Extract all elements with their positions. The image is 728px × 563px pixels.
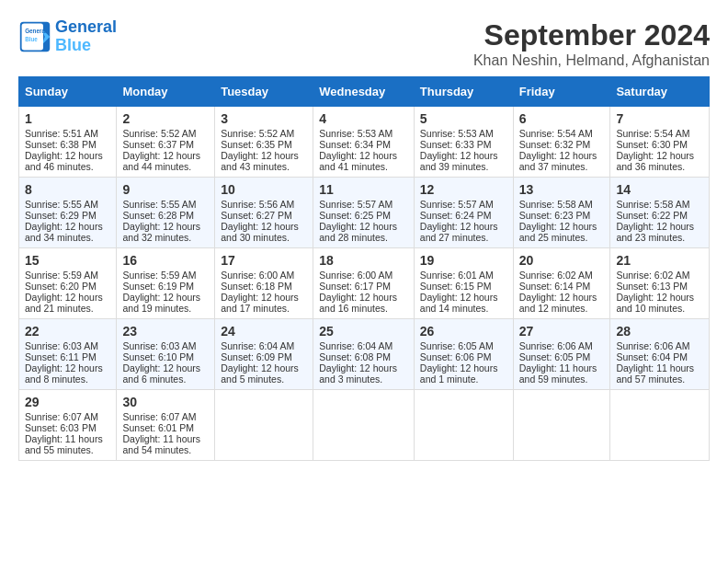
calendar-cell: 9Sunrise: 5:55 AMSunset: 6:28 PMDaylight… [117,178,215,248]
day-info-line: Sunrise: 5:52 AM [122,128,209,139]
day-number: 28 [616,324,703,339]
day-number: 20 [519,253,605,268]
day-info-line: Daylight: 12 hours [319,221,408,232]
svg-text:Blue: Blue [25,36,38,42]
header-monday: Monday [117,77,215,107]
day-info-line: Daylight: 12 hours [519,292,605,303]
day-info-line: and 39 minutes. [420,161,507,172]
calendar-cell: 7Sunrise: 5:54 AMSunset: 6:30 PMDaylight… [610,107,710,178]
day-info-line: Daylight: 12 hours [25,292,110,303]
day-info-line: and 23 minutes. [616,232,703,243]
day-info-line: and 59 minutes. [519,373,605,385]
day-info-line: Sunrise: 5:55 AM [122,199,209,210]
calendar-cell: 2Sunrise: 5:52 AMSunset: 6:37 PMDaylight… [117,107,215,178]
day-info-line: Sunset: 6:20 PM [25,281,110,292]
day-info-line: Sunrise: 6:00 AM [221,270,307,281]
day-info-line: Daylight: 12 hours [420,221,507,232]
app-logo: General Blue General Blue [18,18,117,55]
day-info-line: and 46 minutes. [25,161,110,172]
day-info-line: Daylight: 12 hours [420,362,507,373]
day-info-line: Sunset: 6:10 PM [122,351,209,362]
day-info-line: Sunset: 6:08 PM [319,351,408,362]
calendar-cell: 26Sunrise: 6:05 AMSunset: 6:06 PMDayligh… [414,319,513,390]
day-info-line: Sunrise: 6:04 AM [319,340,408,351]
calendar-cell: 30Sunrise: 6:07 AMSunset: 6:01 PMDayligh… [117,390,215,461]
day-number: 6 [519,111,605,126]
day-info-line: Sunset: 6:37 PM [122,139,209,150]
day-info-line: and 21 minutes. [25,303,110,314]
day-number: 23 [122,324,209,339]
day-info-line: Sunset: 6:09 PM [221,351,307,362]
svg-text:General: General [25,28,47,34]
day-info-line: Sunset: 6:05 PM [519,351,605,362]
day-info-line: Daylight: 12 hours [221,221,307,232]
day-info-line: and 3 minutes. [319,373,408,385]
calendar-header-row: Sunday Monday Tuesday Wednesday Thursday… [19,77,710,107]
calendar-cell: 18Sunrise: 6:00 AMSunset: 6:17 PMDayligh… [313,248,415,319]
calendar-title: September 2024 [473,18,710,52]
day-number: 26 [420,324,507,339]
day-info-line: and 28 minutes. [319,232,408,243]
header-thursday: Thursday [414,77,513,107]
day-info-line: Sunrise: 5:59 AM [122,270,209,281]
day-number: 27 [519,324,605,339]
calendar-cell: 19Sunrise: 6:01 AMSunset: 6:15 PMDayligh… [414,248,513,319]
day-info-line: Daylight: 11 hours [519,362,605,373]
day-info-line: Sunset: 6:04 PM [616,351,703,362]
day-info-line: and 54 minutes. [122,444,209,455]
day-number: 5 [420,111,507,126]
day-info-line: and 44 minutes. [122,161,209,172]
header-saturday: Saturday [610,77,710,107]
day-info-line: and 57 minutes. [616,373,703,385]
day-info-line: and 25 minutes. [519,232,605,243]
day-number: 30 [122,395,209,409]
day-info-line: Sunset: 6:28 PM [122,210,209,221]
day-info-line: Daylight: 12 hours [519,150,605,161]
day-info-line: and 14 minutes. [420,303,507,314]
calendar-cell: 29Sunrise: 6:07 AMSunset: 6:03 PMDayligh… [19,390,117,461]
day-info-line: Sunrise: 6:03 AM [122,340,209,351]
day-info-line: Daylight: 12 hours [221,362,307,373]
day-info-line: Daylight: 12 hours [420,292,507,303]
day-info-line: Sunrise: 6:03 AM [25,340,110,351]
day-info-line: Sunrise: 6:07 AM [25,411,110,422]
day-info-line: Daylight: 12 hours [122,292,209,303]
day-info-line: Sunset: 6:29 PM [25,210,110,221]
day-info-line: Sunset: 6:13 PM [616,281,703,292]
calendar-table: Sunday Monday Tuesday Wednesday Thursday… [18,76,710,461]
day-info-line: Sunrise: 5:56 AM [221,199,307,210]
day-number: 16 [122,253,209,268]
day-info-line: Sunset: 6:19 PM [122,281,209,292]
day-info-line: and 37 minutes. [519,161,605,172]
day-info-line: Sunrise: 5:52 AM [221,128,307,139]
day-info-line: and 27 minutes. [420,232,507,243]
day-info-line: Sunset: 6:11 PM [25,351,110,362]
day-info-line: Daylight: 12 hours [616,292,703,303]
day-info-line: Daylight: 12 hours [122,150,209,161]
calendar-cell [513,390,610,461]
day-number: 19 [420,253,507,268]
calendar-cell [610,390,710,461]
day-info-line: Sunrise: 5:53 AM [319,128,408,139]
day-info-line: Sunset: 6:23 PM [519,210,605,221]
day-info-line: Sunrise: 5:54 AM [616,128,703,139]
day-info-line: Daylight: 12 hours [616,221,703,232]
calendar-cell: 21Sunrise: 6:02 AMSunset: 6:13 PMDayligh… [610,248,710,319]
calendar-cell: 28Sunrise: 6:06 AMSunset: 6:04 PMDayligh… [610,319,710,390]
calendar-cell: 16Sunrise: 5:59 AMSunset: 6:19 PMDayligh… [117,248,215,319]
day-info-line: Daylight: 12 hours [319,292,408,303]
calendar-cell: 25Sunrise: 6:04 AMSunset: 6:08 PMDayligh… [313,319,415,390]
day-info-line: Sunrise: 6:02 AM [519,270,605,281]
calendar-week-row: 8Sunrise: 5:55 AMSunset: 6:29 PMDaylight… [19,178,710,248]
day-number: 29 [25,395,110,409]
calendar-week-row: 15Sunrise: 5:59 AMSunset: 6:20 PMDayligh… [19,248,710,319]
calendar-cell: 20Sunrise: 6:02 AMSunset: 6:14 PMDayligh… [513,248,610,319]
day-info-line: Sunset: 6:33 PM [420,139,507,150]
day-number: 17 [221,253,307,268]
calendar-cell: 14Sunrise: 5:58 AMSunset: 6:22 PMDayligh… [610,178,710,248]
header-friday: Friday [513,77,610,107]
day-info-line: Daylight: 12 hours [122,221,209,232]
day-number: 12 [420,182,507,197]
day-info-line: Sunset: 6:15 PM [420,281,507,292]
day-info-line: Daylight: 12 hours [122,362,209,373]
